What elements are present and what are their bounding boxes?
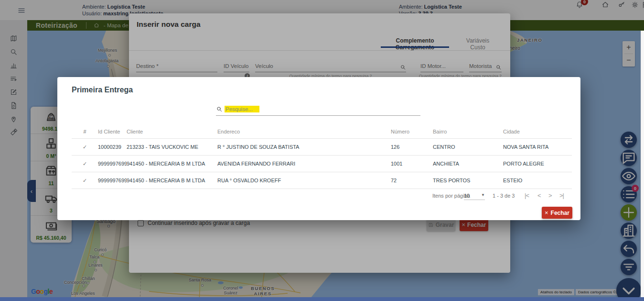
search-placeholder: Pesquise... xyxy=(225,106,259,112)
row-check-icon: ✓ xyxy=(72,178,98,184)
table-header-row: #Id ClienteClienteEnderecoNúmeroBairroCi… xyxy=(72,125,572,139)
search-input[interactable]: Pesquise... xyxy=(216,103,420,116)
column-header: # xyxy=(72,129,98,134)
table-cell: 941450 - MERCEARIA B M LTDA xyxy=(127,178,217,183)
table-cell: 213233 - TAIS VUCKOVIC ME xyxy=(127,144,217,150)
table-row[interactable]: ✓9999997699941450 - MERCEARIA B M LTDARU… xyxy=(72,172,572,189)
chevron-down-icon: ▼ xyxy=(481,193,485,197)
deliveries-table: #Id ClienteClienteEnderecoNúmeroBairroCi… xyxy=(72,125,572,189)
table-cell: RUA ° OSVALDO KROEFF xyxy=(217,178,391,183)
table-cell: 9999997699 xyxy=(98,178,127,183)
previous-page-button[interactable]: < xyxy=(537,192,541,199)
modal-title: Primeira Entrega xyxy=(72,86,133,94)
first-delivery-modal: Primeira Entrega Pesquise... #Id Cliente… xyxy=(57,77,580,220)
close-button[interactable]: × Fechar xyxy=(542,207,572,219)
column-header: Cliente xyxy=(127,129,217,134)
table-cell: CENTRO xyxy=(433,144,503,150)
table-cell: 1001 xyxy=(391,161,433,167)
table-cell: 10000239 xyxy=(98,144,127,150)
table-cell: 72 xyxy=(391,178,433,183)
row-check-icon: ✓ xyxy=(72,161,98,167)
column-header: Id Cliente xyxy=(98,129,127,134)
column-header: Bairro xyxy=(433,129,503,134)
row-check-icon: ✓ xyxy=(72,144,98,150)
search-icon xyxy=(216,106,223,112)
bottom-strip xyxy=(0,297,644,301)
table-cell: TRES PORTOS xyxy=(433,178,503,183)
page-range-label: 1 - 3 de 3 xyxy=(493,193,515,199)
table-row[interactable]: ✓10000239213233 - TAIS VUCKOVIC MER ° JU… xyxy=(72,139,572,156)
table-cell: PORTO ALEGRE xyxy=(503,161,572,167)
next-page-button[interactable]: > xyxy=(548,192,552,199)
table-cell: 9999997699 xyxy=(98,161,127,167)
table-cell: R ° JUSTINO DE SOUZA BATISTA xyxy=(217,144,391,150)
table-cell: 126 xyxy=(391,144,433,150)
table-cell: ESTEIO xyxy=(503,178,572,183)
pagination: Itens por página 10▼ 1 - 3 de 3 |< < > >… xyxy=(57,191,572,201)
first-page-button[interactable]: |< xyxy=(525,192,529,199)
close-icon: × xyxy=(545,209,548,216)
column-header: Número xyxy=(391,129,433,134)
page-size-select[interactable]: 10▼ xyxy=(464,193,485,200)
table-cell: AVENIDA FERNANDO FERRARI xyxy=(217,161,391,167)
table-cell: 941450 - MERCEARIA B M LTDA xyxy=(127,161,217,167)
scrollbar[interactable] xyxy=(641,31,644,297)
app-root: Ambiente: Logística Teste Usuário: maxst… xyxy=(0,0,644,301)
table-cell: NOVA SANTA RITA xyxy=(503,144,572,150)
table-cell: ANCHIETA xyxy=(433,161,503,167)
column-header: Endereco xyxy=(217,129,391,134)
column-header: Cidade xyxy=(503,129,572,134)
last-page-button[interactable]: >| xyxy=(559,192,564,199)
table-row[interactable]: ✓9999997699941450 - MERCEARIA B M LTDAAV… xyxy=(72,156,572,172)
